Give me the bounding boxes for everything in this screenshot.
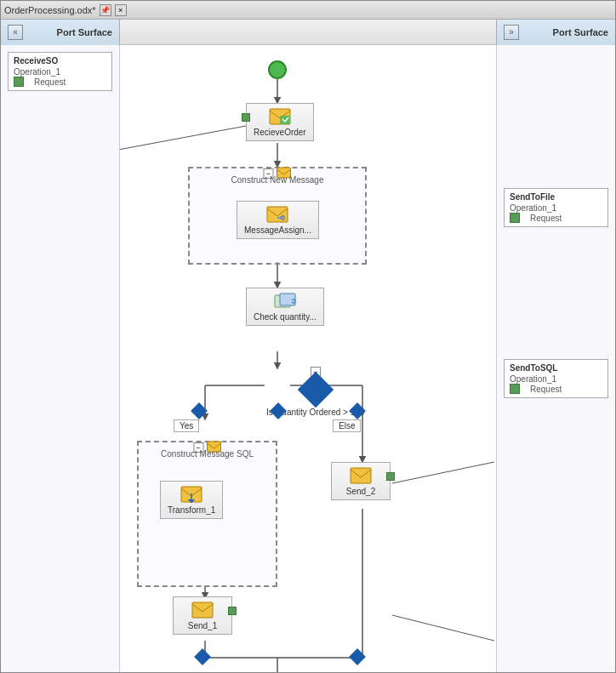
send-1-node[interactable]: Send_1 xyxy=(173,596,232,635)
svg-rect-28 xyxy=(192,602,213,618)
receive-order-icon xyxy=(268,107,292,126)
svg-line-15 xyxy=(392,462,494,483)
svg-line-14 xyxy=(120,126,246,168)
check-quantity-node[interactable]: Check quantity... xyxy=(246,288,324,326)
toolbar: « Port Surface » Port Surface xyxy=(1,20,615,45)
send-1-right-port xyxy=(228,607,237,615)
receive-order-node[interactable]: RecieveOrder xyxy=(246,103,314,141)
start-node xyxy=(268,60,287,79)
transform-1-label: Transform_1 xyxy=(168,505,215,515)
canvas: RecieveOrder − Construct New Message xyxy=(120,45,496,672)
send-to-sql-request: Request xyxy=(523,385,562,394)
send-to-file-operation: Operation_1 xyxy=(510,203,602,213)
check-quantity-label: Check quantity... xyxy=(254,312,317,322)
construct-new-message-label: Construct New Message xyxy=(231,175,324,185)
send-to-file-port-box: SendToFile Operation_1 Request xyxy=(504,188,608,227)
send-to-sql-connector xyxy=(510,384,520,394)
send-2-icon xyxy=(349,466,373,485)
send-to-sql-port-box: SendToSQL Operation_1 Request xyxy=(504,359,608,398)
construct-sql-container: − Construct Message SQL xyxy=(137,441,277,587)
port-surface-right-label: Port Surface xyxy=(553,27,608,37)
send-1-box[interactable]: Send_1 xyxy=(173,596,232,635)
diamond-bottom-right xyxy=(349,648,366,665)
check-quantity-icon xyxy=(273,292,297,311)
check-quantity-box[interactable]: Check quantity... xyxy=(246,288,324,326)
svg-rect-18 xyxy=(280,116,290,124)
diamond-bottom-left xyxy=(194,648,211,665)
receive-so-title: ReceiveSO xyxy=(14,56,106,66)
else-branch-label: Else xyxy=(333,419,361,432)
start-circle xyxy=(268,60,287,79)
collapse-right-button[interactable]: » xyxy=(504,25,519,40)
send-1-icon xyxy=(191,601,214,619)
send-2-box[interactable]: Send_2 xyxy=(331,462,391,500)
send-2-label: Send_2 xyxy=(346,487,375,496)
yes-branch-label: Yes xyxy=(174,419,199,432)
construct-new-message-container: − Construct New Message xyxy=(188,167,367,265)
svg-rect-20 xyxy=(267,207,288,222)
window-title: OrderProcessing.odx* xyxy=(4,5,96,15)
send-to-sql-operation: Operation_1 xyxy=(510,374,602,384)
send-1-label: Send_1 xyxy=(188,621,217,630)
message-assign-node[interactable]: MessageAssign... xyxy=(237,201,319,239)
port-surface-right: » Port Surface xyxy=(496,20,615,45)
left-panel: ReceiveSO Operation_1 Request xyxy=(1,45,120,672)
receive-so-port-box: ReceiveSO Operation_1 Request xyxy=(8,52,112,91)
message-assign-box[interactable]: MessageAssign... xyxy=(237,201,319,239)
receive-so-request: Request xyxy=(27,77,66,87)
right-panel: SendToFile Operation_1 Request SendToSQL… xyxy=(496,45,615,672)
svg-line-16 xyxy=(392,615,494,641)
transform-1-box[interactable]: Transform_1 xyxy=(160,481,223,519)
port-surface-left-label: Port Surface xyxy=(57,27,112,37)
transform-1-node[interactable]: Transform_1 xyxy=(160,481,223,519)
collapse-left-button[interactable]: « xyxy=(8,25,23,40)
receive-so-connector xyxy=(14,77,24,87)
send-to-file-title: SendToFile xyxy=(510,192,602,202)
decision-diamond xyxy=(297,372,333,408)
main-window: OrderProcessing.odx* 📌 × « Port Surface … xyxy=(0,0,616,673)
port-surface-left: « Port Surface xyxy=(1,20,120,45)
construct-sql-label: Construct Message SQL xyxy=(161,449,254,459)
receive-order-left-port xyxy=(242,113,250,122)
message-assign-label: MessageAssign... xyxy=(244,225,311,235)
send-to-sql-title: SendToSQL xyxy=(510,363,602,373)
title-bar: OrderProcessing.odx* 📌 × xyxy=(1,1,615,20)
main-area: ReceiveSO Operation_1 Request xyxy=(1,45,615,672)
send-to-file-connector xyxy=(510,213,520,223)
receive-so-operation: Operation_1 xyxy=(14,67,106,77)
diamond-left xyxy=(191,402,208,419)
send-2-right-port xyxy=(386,472,395,481)
close-button[interactable]: × xyxy=(115,4,127,16)
send-to-file-request: Request xyxy=(523,214,562,223)
send-2-node[interactable]: Send_2 xyxy=(331,462,391,500)
pin-button[interactable]: 📌 xyxy=(100,4,111,16)
transform-1-icon xyxy=(180,485,203,504)
message-assign-icon xyxy=(265,205,289,224)
receive-order-label: RecieveOrder xyxy=(254,128,306,137)
receive-order-box[interactable]: RecieveOrder xyxy=(246,103,314,141)
svg-rect-27 xyxy=(351,468,371,483)
